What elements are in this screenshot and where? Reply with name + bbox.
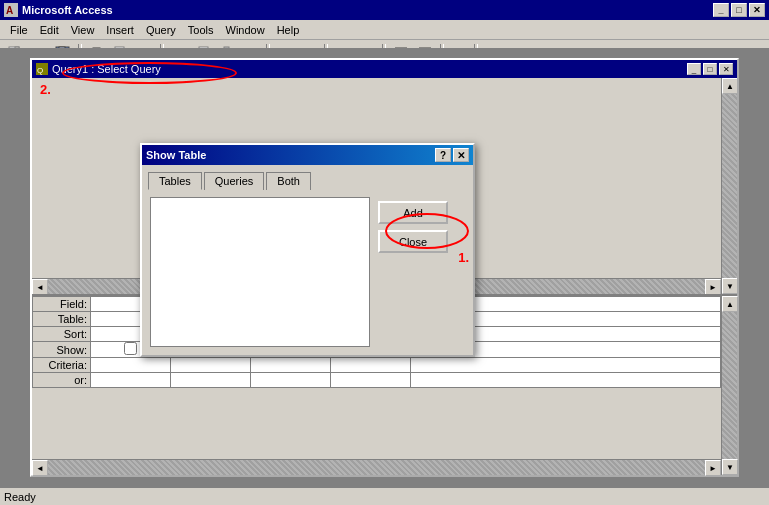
- or-label: or:: [33, 373, 91, 388]
- sort-label: Sort:: [33, 327, 91, 342]
- dialog-help-button[interactable]: ?: [435, 148, 451, 162]
- show-table-dialog: Show Table ? ✕ Tables Queries Both Add C…: [140, 143, 475, 357]
- menu-view[interactable]: View: [65, 22, 101, 38]
- menu-insert[interactable]: Insert: [100, 22, 140, 38]
- grid-scroll-up[interactable]: ▲: [722, 296, 738, 312]
- svg-text:A: A: [6, 5, 13, 16]
- menu-bar: File Edit View Insert Query Tools Window…: [0, 20, 769, 40]
- tab-tables[interactable]: Tables: [148, 172, 202, 190]
- field-label: Field:: [33, 297, 91, 312]
- dialog-left: [150, 197, 370, 347]
- query-minimize-button[interactable]: _: [687, 63, 701, 75]
- query-right-scrollbar[interactable]: ▲ ▼: [721, 78, 737, 294]
- title-bar-controls: _ □ ✕: [713, 3, 765, 17]
- query-title-bar: Q Query1 : Select Query _ □ ✕: [32, 60, 737, 78]
- criteria-label: Criteria:: [33, 358, 91, 373]
- or-cell-1[interactable]: [91, 373, 171, 388]
- or-cell-5[interactable]: [411, 373, 721, 388]
- menu-edit[interactable]: Edit: [34, 22, 65, 38]
- tab-queries[interactable]: Queries: [204, 172, 265, 190]
- grid-scrollbar-track[interactable]: [722, 312, 737, 459]
- main-area: Q Query1 : Select Query _ □ ✕ 2. ▲: [0, 48, 769, 487]
- or-cell-2[interactable]: [171, 373, 251, 388]
- menu-window[interactable]: Window: [220, 22, 271, 38]
- title-bar: A Microsoft Access _ □ ✕: [0, 0, 769, 20]
- criteria-cell-5[interactable]: [411, 358, 721, 373]
- dialog-title: Show Table: [146, 149, 206, 161]
- dialog-title-bar: Show Table ? ✕: [142, 145, 473, 165]
- menu-help[interactable]: Help: [271, 22, 306, 38]
- svg-text:Q: Q: [37, 66, 43, 75]
- close-button[interactable]: Close: [378, 230, 448, 253]
- menu-tools[interactable]: Tools: [182, 22, 220, 38]
- grid-scroll-right[interactable]: ►: [705, 460, 721, 476]
- menu-file[interactable]: File: [4, 22, 34, 38]
- scrollbar-track[interactable]: [722, 94, 737, 278]
- close-button-app[interactable]: ✕: [749, 3, 765, 17]
- add-button[interactable]: Add: [378, 201, 448, 224]
- criteria-cell-3[interactable]: [251, 358, 331, 373]
- table-label: Table:: [33, 312, 91, 327]
- app-icon: A: [4, 3, 18, 17]
- table-row: Criteria:: [33, 358, 721, 373]
- or-cell-4[interactable]: [331, 373, 411, 388]
- tabs-container: Tables Queries Both: [148, 171, 467, 189]
- scroll-up-arrow[interactable]: ▲: [722, 78, 737, 94]
- app-title: Microsoft Access: [22, 4, 113, 16]
- query-maximize-button[interactable]: □: [703, 63, 717, 75]
- show-checkbox-1[interactable]: [124, 342, 137, 355]
- menu-query[interactable]: Query: [140, 22, 182, 38]
- query-window-icon: Q: [36, 63, 48, 75]
- dialog-close-button[interactable]: ✕: [453, 148, 469, 162]
- status-text: Ready: [4, 491, 36, 503]
- dialog-body: Add Close: [142, 189, 473, 355]
- tab-content-list[interactable]: [150, 197, 370, 347]
- grid-scroll-down[interactable]: ▼: [722, 459, 738, 475]
- grid-right-scrollbar[interactable]: ▲ ▼: [721, 296, 737, 475]
- grid-bottom-scrollbar[interactable]: ◄ ►: [32, 459, 721, 475]
- query-window-controls: _ □ ✕: [687, 63, 733, 75]
- scroll-left-arrow[interactable]: ◄: [32, 279, 48, 295]
- criteria-cell-4[interactable]: [331, 358, 411, 373]
- or-cell-3[interactable]: [251, 373, 331, 388]
- table-row: or:: [33, 373, 721, 388]
- status-bar: Ready: [0, 487, 769, 505]
- minimize-button[interactable]: _: [713, 3, 729, 17]
- criteria-cell-1[interactable]: [91, 358, 171, 373]
- grid-scroll-left[interactable]: ◄: [32, 460, 48, 476]
- dialog-tabs-area: Tables Queries Both: [142, 165, 473, 189]
- maximize-button[interactable]: □: [731, 3, 747, 17]
- dialog-buttons: Add Close: [378, 197, 448, 347]
- scroll-down-arrow[interactable]: ▼: [722, 278, 737, 294]
- show-label: Show:: [33, 342, 91, 358]
- grid-h-scrollbar-track[interactable]: [48, 460, 705, 475]
- query-close-button[interactable]: ✕: [719, 63, 733, 75]
- scroll-right-arrow[interactable]: ►: [705, 279, 721, 295]
- query-window-title: Query1 : Select Query: [52, 63, 161, 75]
- tab-both[interactable]: Both: [266, 172, 311, 190]
- dialog-title-controls: ? ✕: [435, 148, 469, 162]
- criteria-cell-2[interactable]: [171, 358, 251, 373]
